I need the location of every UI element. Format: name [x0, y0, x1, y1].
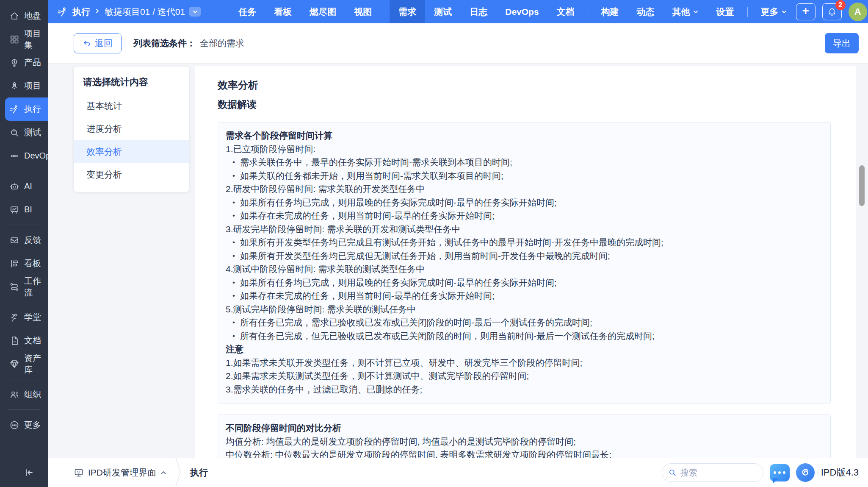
- sidebar-divider: [8, 171, 40, 171]
- sidebar-item-product[interactable]: 产品: [0, 51, 48, 74]
- page-title: 效率分析: [218, 78, 831, 92]
- sidebar-item-bi[interactable]: BI: [0, 198, 48, 221]
- add-button[interactable]: +: [796, 3, 815, 20]
- sidebar-item-label: 资产库: [24, 353, 48, 376]
- stats-item-basic[interactable]: 基本统计: [74, 95, 189, 117]
- sidebar-divider: [8, 379, 40, 379]
- export-button[interactable]: 导出: [825, 33, 859, 53]
- notification-badge: 2: [835, 0, 846, 10]
- sidebar-item-more[interactable]: 更多: [0, 413, 48, 437]
- search-input[interactable]: [680, 468, 757, 478]
- nav-tab-requirements[interactable]: 需求: [390, 0, 425, 23]
- nav-tab-views[interactable]: 视图: [345, 0, 381, 23]
- box-heading: 需求各个阶段停留时间计算: [226, 129, 822, 142]
- bullet-line: 如果存在未完成的任务，则用当前时间-最早的任务实际开始时间;: [226, 289, 822, 303]
- stats-item-efficiency[interactable]: 效率分析: [74, 140, 189, 163]
- back-button[interactable]: 返回: [74, 33, 122, 53]
- nav-tab-others[interactable]: 其他: [663, 0, 708, 23]
- search-box: [662, 463, 763, 482]
- nav-tab-docs[interactable]: 文档: [548, 0, 583, 23]
- bullet-line: 如果所有开发类型任务均已完成且有测试任务开始，测试任务中的最早开始时间-开发任务…: [226, 236, 822, 249]
- stats-item-change[interactable]: 变更分析: [74, 163, 189, 186]
- filter-value: 全部的需求: [200, 37, 244, 49]
- home-icon: [9, 11, 19, 21]
- nav-menu: 任务 看板 燃尽图 视图 需求 测试 日志 DevOps 文档 构建 动态 其他…: [229, 0, 796, 23]
- nav-tab-logs[interactable]: 日志: [461, 0, 496, 23]
- sidebar-item-project-set[interactable]: 项目集: [0, 28, 48, 51]
- sidebar-item-label: 测试: [24, 127, 41, 138]
- sidebar-item-ai[interactable]: AI: [0, 175, 48, 198]
- stage-compare-box: 不同阶段停留时间的对比分析 均值分析: 均值最大的是研发立项阶段的停留时间, 均…: [218, 415, 831, 458]
- kanban-icon: [9, 259, 19, 269]
- sidebar-item-assets[interactable]: 资产库: [0, 352, 48, 376]
- sidebar-item-org[interactable]: 组织: [0, 383, 48, 406]
- chat-icon[interactable]: [770, 464, 790, 481]
- document-icon: [9, 336, 19, 346]
- collapse-icon: [24, 468, 34, 478]
- board-icon: [9, 205, 19, 215]
- runner-icon: [57, 6, 68, 17]
- bullet-line: 所有任务已完成，但无已验收或已发布或已关闭阶段的时间，则用当前时间-最后一个测试…: [226, 329, 822, 343]
- nav-tab-test[interactable]: 测试: [425, 0, 461, 23]
- text-line: 1.已立项阶段停留时间:: [226, 142, 822, 156]
- nav-tab-tasks[interactable]: 任务: [229, 0, 265, 23]
- people-icon: [9, 390, 19, 400]
- sidebar-item-docs[interactable]: 文档: [0, 329, 48, 352]
- app-logo-icon: [796, 463, 815, 482]
- notifications-button[interactable]: 2: [822, 3, 842, 20]
- nav-tab-more[interactable]: 更多: [752, 0, 796, 23]
- sidebar-collapse-button[interactable]: [24, 468, 34, 479]
- user-avatar[interactable]: A: [849, 3, 867, 21]
- sidebar-item-execute[interactable]: 执行: [5, 97, 48, 121]
- chevron-down-icon: [781, 9, 787, 15]
- main-column: 执行 敏捷项目01 / 迭代01 任务 看板 燃尽图 视图 需求 测试 日志 D…: [48, 0, 868, 487]
- sidebar-divider: [8, 409, 40, 410]
- content-area: 请选择统计内容 基本统计 进度分析 效率分析 变更分析 效率分析 数据解读 需求…: [48, 64, 868, 458]
- workspace-switcher[interactable]: IPD研发管理界面: [74, 467, 166, 479]
- text-line: 1.如果需求未关联开发类型任务，则不计算已立项、研发中、研发完毕三个阶段的停留时…: [226, 356, 822, 370]
- chevron-right-icon: [94, 8, 100, 16]
- bullet-line: 如果存在未完成的任务，则用当前时间-最早的任务实际开始时间;: [226, 209, 822, 223]
- text-line: 3.需求关联的任务中，过滤已取消、已删除的任务;: [226, 383, 822, 396]
- sidebar-item-test[interactable]: 测试: [0, 121, 48, 144]
- nav-tab-board[interactable]: 看板: [265, 0, 301, 23]
- sidebar-item-home[interactable]: 地盘: [0, 4, 48, 28]
- bottom-bar: IPD研发管理界面 执行 IPD版4.3: [48, 458, 868, 487]
- sidebar-item-label: BI: [24, 205, 32, 214]
- sidebar-item-project[interactable]: 项目: [0, 74, 48, 97]
- breadcrumb[interactable]: 敏捷项目01 / 迭代01: [105, 6, 185, 18]
- robot-icon: [9, 181, 19, 192]
- sidebar-item-feedback[interactable]: 反馈: [0, 228, 48, 252]
- text-line: 5.测试完毕阶段停留时间: 需求关联的测试任务中: [226, 303, 822, 316]
- mail-icon: [9, 235, 19, 245]
- stats-panel-title: 请选择统计内容: [74, 76, 189, 89]
- sidebar-item-devops[interactable]: DevOps: [0, 144, 48, 167]
- bullet-line: 需求关联任务中，最早的任务实际开始时间-需求关联到本项目的时间;: [226, 156, 822, 169]
- sidebar-item-label: 项目: [24, 80, 41, 92]
- iteration-dropdown[interactable]: [189, 7, 201, 17]
- nav-tab-build[interactable]: 构建: [592, 0, 628, 23]
- sidebar-item-label: 地盘: [24, 10, 41, 22]
- sidebar-item-kanban[interactable]: 看板: [0, 252, 48, 275]
- search-icon: [668, 468, 677, 477]
- nav-divider: [588, 7, 588, 17]
- nav-tab-activity[interactable]: 动态: [628, 0, 663, 23]
- bullet-line: 如果所有任务均已完成，则用最晚的任务实际完成时间-最早的任务实际开始时间;: [226, 196, 822, 209]
- sidebar-item-academy[interactable]: 学堂: [0, 306, 48, 329]
- workflow-icon: [9, 282, 19, 292]
- stats-item-progress[interactable]: 进度分析: [74, 117, 189, 140]
- top-nav: 执行 敏捷项目01 / 迭代01 任务 看板 燃尽图 视图 需求 测试 日志 D…: [48, 0, 868, 23]
- nav-tab-burndown[interactable]: 燃尽图: [301, 0, 345, 23]
- sidebar-item-label: 更多: [24, 419, 41, 431]
- sidebar-item-workflow[interactable]: 工作流: [0, 275, 48, 298]
- scrollbar-thumb[interactable]: [859, 165, 865, 206]
- sidebar-item-label: AI: [24, 181, 32, 191]
- grid-icon: [9, 34, 19, 45]
- nav-tab-devops[interactable]: DevOps: [496, 0, 547, 23]
- text-line: 3.研发完毕阶段停留时间: 需求关联的开发和测试类型任务中: [226, 223, 822, 236]
- app-root: 地盘 项目集 产品 项目 执行 测试 DevOps AI: [0, 0, 868, 487]
- text-line: 2.如果需求未关联测试类型任务，则不计算测试中、测试完毕阶段的停留时间;: [226, 369, 822, 383]
- back-arrow-icon: [83, 39, 91, 47]
- gem-icon: [9, 359, 19, 369]
- nav-tab-settings[interactable]: 设置: [708, 0, 743, 23]
